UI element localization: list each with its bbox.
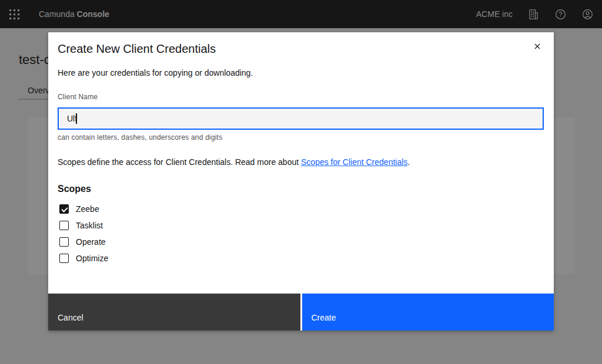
modal-footer: Cancel Create	[48, 294, 554, 331]
checkbox-icon[interactable]	[59, 204, 69, 214]
scope-checkbox-optimize[interactable]: Optimize	[59, 253, 108, 264]
client-name-input[interactable]	[58, 107, 544, 130]
create-client-credentials-modal: Create New Client Credentials Here are y…	[48, 32, 554, 331]
scopes-intro-prefix: Scopes define the access for Client Cred…	[58, 157, 301, 167]
cancel-button[interactable]: Cancel	[48, 294, 300, 331]
scopes-intro-text: Scopes define the access for Client Cred…	[58, 157, 410, 167]
create-button[interactable]: Create	[302, 294, 554, 331]
scope-label: Zeebe	[76, 204, 99, 214]
text-caret	[76, 113, 77, 124]
client-name-helper: can contain letters, dashes, underscores…	[58, 133, 222, 141]
scopes-docs-link[interactable]: Scopes for Client Credentials	[301, 157, 407, 167]
close-button[interactable]	[528, 37, 547, 56]
client-name-field-wrap	[58, 107, 544, 130]
modal-subtitle: Here are your credentials for copying or…	[58, 68, 253, 77]
scope-label: Tasklist	[76, 221, 103, 230]
checkbox-icon[interactable]	[59, 237, 69, 247]
scopes-intro-suffix: .	[407, 157, 410, 167]
scope-checkbox-operate[interactable]: Operate	[59, 237, 106, 247]
scope-checkbox-tasklist[interactable]: Tasklist	[59, 220, 103, 231]
client-name-label: Client Name	[58, 93, 98, 101]
scope-checkbox-zeebe[interactable]: Zeebe	[59, 204, 99, 214]
close-icon	[533, 42, 542, 51]
scope-label: Optimize	[76, 254, 108, 263]
scope-label: Operate	[76, 237, 106, 247]
modal-title: Create New Client Credentials	[58, 42, 216, 56]
scopes-heading: Scopes	[58, 184, 91, 194]
checkbox-icon[interactable]	[59, 221, 69, 230]
checkbox-icon[interactable]	[59, 254, 69, 263]
